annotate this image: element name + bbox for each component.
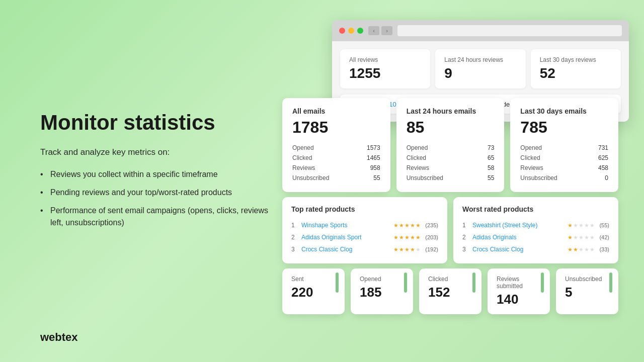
reviews-submitted-card: Reviews submitted 140 bbox=[488, 268, 550, 314]
last24-card: Last 24 hours reviews 9 bbox=[435, 49, 525, 88]
last30-value: 52 bbox=[540, 65, 612, 81]
worst-product-3-name[interactable]: Crocs Classic Clog bbox=[472, 246, 564, 253]
top-product-1-name[interactable]: Winshape Sports bbox=[301, 222, 389, 229]
url-bar[interactable] bbox=[397, 25, 622, 36]
browser-bar: ‹ › bbox=[332, 20, 629, 41]
clicked-value: 152 bbox=[428, 285, 472, 300]
bullet-item-3: Performance of sent email campaigns (ope… bbox=[40, 202, 282, 232]
email-cards-row: All emails 1785 Opened1573 Clicked1465 R… bbox=[279, 98, 621, 192]
last30-card: Last 30 days reviews 52 bbox=[531, 49, 621, 88]
sent-card: Sent 220 bbox=[282, 268, 345, 314]
unsubscribed-bar bbox=[609, 273, 612, 293]
nav-buttons: ‹ › bbox=[368, 26, 392, 35]
overlay-cards: All emails 1785 Opened1573 Clicked1465 R… bbox=[279, 98, 621, 314]
all-reviews-card: All reviews 1255 bbox=[340, 49, 430, 88]
sent-value: 220 bbox=[291, 285, 336, 300]
tl-yellow[interactable] bbox=[348, 28, 354, 34]
worst-product-2: 2 Adidas Originals ★★★★★ (42) bbox=[462, 231, 609, 243]
top-product-3-name[interactable]: Crocs Classic Clog bbox=[301, 246, 389, 253]
main-title: Monitor statistics bbox=[40, 110, 282, 135]
stats-row: All reviews 1255 Last 24 hours reviews 9… bbox=[340, 49, 621, 88]
sent-label: Sent bbox=[291, 276, 336, 283]
top-product-3: 3 Crocs Classic Clog ★★★★★ (192) bbox=[291, 243, 438, 255]
logo: webtex bbox=[40, 331, 78, 344]
bullet-item-2: Pending reviews and your top/worst-rated… bbox=[40, 184, 282, 202]
top-product-2-name[interactable]: Adidas Originals Sport bbox=[301, 234, 389, 241]
worst-product-1-name[interactable]: Sweatshirt (Street Style) bbox=[472, 222, 564, 229]
opened-value: 185 bbox=[360, 285, 404, 300]
worst-product-1: 1 Sweatshirt (Street Style) ★★★★★ (55) bbox=[462, 219, 609, 231]
worst-rated-card: Worst rated products 1 Sweatshirt (Stree… bbox=[453, 197, 618, 263]
email-card-30d: Last 30 days emails 785 Opened731 Clicke… bbox=[510, 98, 618, 192]
all-emails-value: 1785 bbox=[292, 118, 380, 137]
last30-label: Last 30 days reviews bbox=[540, 56, 612, 63]
forward-button[interactable]: › bbox=[381, 26, 392, 35]
all-emails-title: All emails bbox=[292, 107, 380, 115]
reviews-submitted-value: 140 bbox=[497, 292, 541, 307]
clicked-label: Clicked bbox=[428, 276, 472, 283]
top-rated-title: Top rated products bbox=[291, 205, 438, 213]
top-product-2: 2 Adidas Originals Sport ★★★★★ (203) bbox=[291, 231, 438, 243]
opened-card: Opened 185 bbox=[351, 268, 413, 314]
last24-label: Last 24 hours reviews bbox=[444, 56, 516, 63]
tl-green[interactable] bbox=[357, 28, 363, 34]
clicked-card: Clicked 152 bbox=[419, 268, 481, 314]
last24-emails-value: 85 bbox=[407, 118, 495, 137]
clicked-bar bbox=[472, 273, 475, 293]
last30-emails-value: 785 bbox=[520, 118, 608, 137]
worst-product-3: 3 Crocs Classic Clog ★★★★★ (33) bbox=[462, 243, 609, 255]
last24-value: 9 bbox=[444, 65, 516, 81]
sent-bar bbox=[336, 273, 339, 293]
worst-rated-title: Worst rated products bbox=[462, 205, 609, 213]
tl-red[interactable] bbox=[339, 28, 345, 34]
opened-bar bbox=[404, 273, 407, 293]
bullet-item-1: Reviews you collect within a specific ti… bbox=[40, 165, 282, 184]
bottom-cards-row: Sent 220 Opened 185 Clicked 152 Reviews … bbox=[279, 268, 621, 314]
last24-emails-title: Last 24 hours emails bbox=[407, 107, 495, 115]
all-reviews-value: 1255 bbox=[349, 65, 421, 81]
back-button[interactable]: ‹ bbox=[368, 26, 379, 35]
unsubscribed-value: 5 bbox=[565, 285, 609, 300]
reviews-submitted-label: Reviews submitted bbox=[497, 276, 541, 290]
all-reviews-label: All reviews bbox=[349, 56, 421, 63]
top-product-1: 1 Winshape Sports ★★★★★ (235) bbox=[291, 219, 438, 231]
last30-emails-title: Last 30 days emails bbox=[520, 107, 608, 115]
subtitle: Track and analyze key metrics on: bbox=[40, 147, 282, 157]
traffic-lights bbox=[339, 28, 363, 34]
worst-product-2-name[interactable]: Adidas Originals bbox=[472, 234, 564, 241]
bullet-list: Reviews you collect within a specific ti… bbox=[40, 165, 282, 232]
products-section: Top rated products 1 Winshape Sports ★★★… bbox=[282, 197, 618, 263]
left-panel: Monitor statistics Track and analyze key… bbox=[40, 0, 282, 362]
opened-label: Opened bbox=[360, 276, 404, 283]
top-rated-card: Top rated products 1 Winshape Sports ★★★… bbox=[282, 197, 447, 263]
unsubscribed-card: Unsubscribed 5 bbox=[556, 268, 618, 314]
unsubscribed-label: Unsubscribed bbox=[565, 276, 609, 283]
reviews-submitted-bar bbox=[541, 273, 544, 293]
email-card-24h: Last 24 hours emails 85 Opened73 Clicked… bbox=[396, 98, 505, 192]
email-card-all: All emails 1785 Opened1573 Clicked1465 R… bbox=[282, 98, 390, 192]
